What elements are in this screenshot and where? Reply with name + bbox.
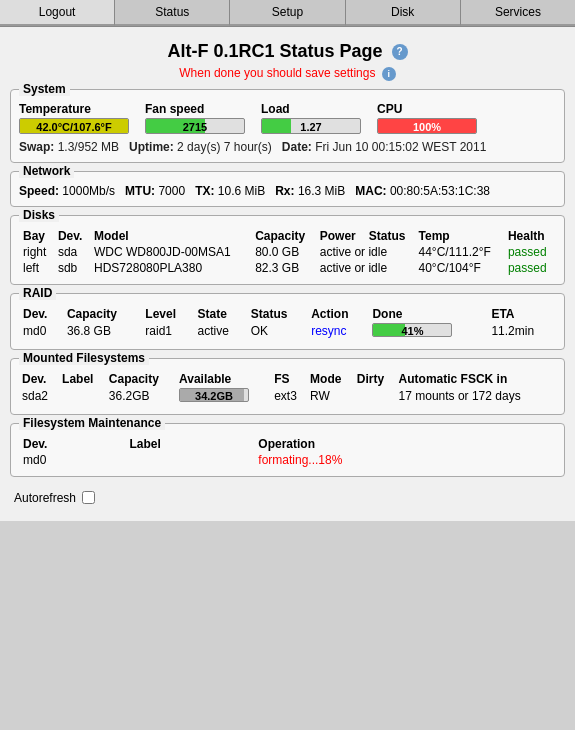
raid-tbody: md0 36.8 GB raid1 active OK resync 41% 1…: [19, 322, 556, 341]
disk-model: WDC WD800JD-00MSA1: [90, 244, 251, 260]
col-bay: Bay: [19, 228, 54, 244]
raid-col-dev: Dev.: [19, 306, 63, 322]
mounted-fs-content: Dev. Label Capacity Available FS Mode Di…: [19, 371, 556, 406]
rx-label: Rx:: [275, 184, 294, 198]
fs-col-fsck: Automatic FSCK in: [396, 371, 556, 387]
mounted-fs-section: Mounted Filesystems Dev. Label Capacity …: [10, 358, 565, 415]
fs-mode: RW: [307, 387, 354, 406]
fm-header-row: Dev. Label Operation: [19, 436, 556, 452]
help-icon[interactable]: ?: [392, 44, 408, 60]
nav-logout[interactable]: Logout: [0, 0, 115, 26]
disk-power: active or idle: [316, 260, 415, 276]
col-health: Health: [504, 228, 556, 244]
fs-col-mode: Mode: [307, 371, 354, 387]
fs-dev: sda2: [19, 387, 59, 406]
raid-content: Dev. Capacity Level State Status Action …: [19, 306, 556, 341]
cpu-label: CPU: [377, 102, 477, 116]
top-nav: Logout Status Setup Disk Services: [0, 0, 575, 27]
fs-col-capacity: Capacity: [106, 371, 176, 387]
temperature-bar: 42.0°C/107.6°F: [19, 118, 129, 134]
raid-col-action: Action: [307, 306, 368, 322]
col-model: Model: [90, 228, 251, 244]
cpu-item: CPU 100%: [377, 102, 477, 134]
autorefresh-checkbox[interactable]: [82, 491, 95, 504]
raid-row: md0 36.8 GB raid1 active OK resync 41% 1…: [19, 322, 556, 341]
nav-disk[interactable]: Disk: [346, 0, 461, 26]
fs-tbody: sda2 36.2GB 34.2GB ext3 RW 17 mounts or …: [19, 387, 556, 406]
uptime-value: 2 day(s) 7 hour(s): [177, 140, 272, 154]
tx-label: TX:: [195, 184, 214, 198]
swap-value: 1.3/952 MB: [58, 140, 119, 154]
nav-setup[interactable]: Setup: [230, 0, 345, 26]
raid-capacity: 36.8 GB: [63, 322, 141, 341]
fs-row: sda2 36.2GB 34.2GB ext3 RW 17 mounts or …: [19, 387, 556, 406]
tx-value: 10.6 MiB: [218, 184, 265, 198]
fm-label: [125, 452, 254, 468]
temperature-label: Temperature: [19, 102, 129, 116]
col-dev: Dev.: [54, 228, 90, 244]
disk-row: left sdb HDS728080PLA380 82.3 GB active …: [19, 260, 556, 276]
fs-col-dirty: Dirty: [354, 371, 396, 387]
load-value: 1.27: [262, 119, 360, 134]
nav-status[interactable]: Status: [115, 0, 230, 26]
fm-operation: formating...18%: [254, 452, 556, 468]
swap-label: Swap:: [19, 140, 54, 154]
raid-col-done: Done: [368, 306, 487, 322]
load-item: Load 1.27: [261, 102, 361, 134]
page-content: Alt-F 0.1RC1 Status Page ? When done you…: [0, 27, 575, 521]
done-bar-text: 41%: [373, 324, 451, 337]
nav-services[interactable]: Services: [461, 0, 575, 26]
system-info-line: Swap: 1.3/952 MB Uptime: 2 day(s) 7 hour…: [19, 140, 556, 154]
system-content: Temperature 42.0°C/107.6°F Fan speed 271…: [19, 102, 556, 154]
fan-value: 2715: [146, 119, 244, 134]
title-text: Alt-F 0.1RC1 Status Page: [167, 41, 382, 61]
fs-col-dev: Dev.: [19, 371, 59, 387]
system-title: System: [19, 82, 70, 96]
raid-section: RAID Dev. Capacity Level State Status Ac…: [10, 293, 565, 350]
fs-maintenance-title: Filesystem Maintenance: [19, 416, 165, 430]
page-title: Alt-F 0.1RC1 Status Page ?: [10, 41, 565, 62]
date-value: Fri Jun 10 00:15:02 WEST 2011: [315, 140, 486, 154]
cpu-value: 100%: [378, 119, 476, 134]
col-status: Status: [365, 228, 415, 244]
disk-temp: 44°C/111.2°F: [415, 244, 504, 260]
disk-capacity: 82.3 GB: [251, 260, 316, 276]
fan-label: Fan speed: [145, 102, 245, 116]
mac-label: MAC:: [355, 184, 386, 198]
mtu-label: MTU:: [125, 184, 155, 198]
fs-header-row: Dev. Label Capacity Available FS Mode Di…: [19, 371, 556, 387]
fs-capacity: 36.2GB: [106, 387, 176, 406]
disks-section: Disks Bay Dev. Model Capacity Power Stat…: [10, 215, 565, 285]
raid-action: resync: [307, 322, 368, 341]
col-temp: Temp: [415, 228, 504, 244]
fs-fsck: 17 mounts or 172 days: [396, 387, 556, 406]
fan-bar: 2715: [145, 118, 245, 134]
fs-fs: ext3: [271, 387, 307, 406]
speed-label: Speed:: [19, 184, 59, 198]
fm-col-dev: Dev.: [19, 436, 125, 452]
uptime-label: Uptime:: [129, 140, 174, 154]
fs-table: Dev. Label Capacity Available FS Mode Di…: [19, 371, 556, 406]
fs-col-label: Label: [59, 371, 106, 387]
fm-tbody: md0 formating...18%: [19, 452, 556, 468]
mac-value: 00:80:5A:53:1C:38: [390, 184, 490, 198]
raid-done: 41%: [368, 322, 487, 341]
mounted-fs-title: Mounted Filesystems: [19, 351, 149, 365]
avail-bar-text: 34.2GB: [180, 389, 248, 402]
fs-dirty: [354, 387, 396, 406]
disks-content: Bay Dev. Model Capacity Power Status Tem…: [19, 228, 556, 276]
fm-col-operation: Operation: [254, 436, 556, 452]
disk-model: HDS728080PLA380: [90, 260, 251, 276]
fm-table: Dev. Label Operation md0 formating...18%: [19, 436, 556, 468]
raid-status: OK: [247, 322, 307, 341]
temperature-item: Temperature 42.0°C/107.6°F: [19, 102, 129, 134]
save-notice: When done you should save settings i: [10, 66, 565, 81]
system-section: System Temperature 42.0°C/107.6°F Fan sp…: [10, 89, 565, 163]
autorefresh-label: Autorefresh: [14, 491, 76, 505]
disk-dev: sdb: [54, 260, 90, 276]
disk-health: passed: [504, 260, 556, 276]
raid-state: active: [194, 322, 247, 341]
load-bar: 1.27: [261, 118, 361, 134]
save-info-icon[interactable]: i: [382, 67, 396, 81]
fs-maintenance-content: Dev. Label Operation md0 formating...18%: [19, 436, 556, 468]
